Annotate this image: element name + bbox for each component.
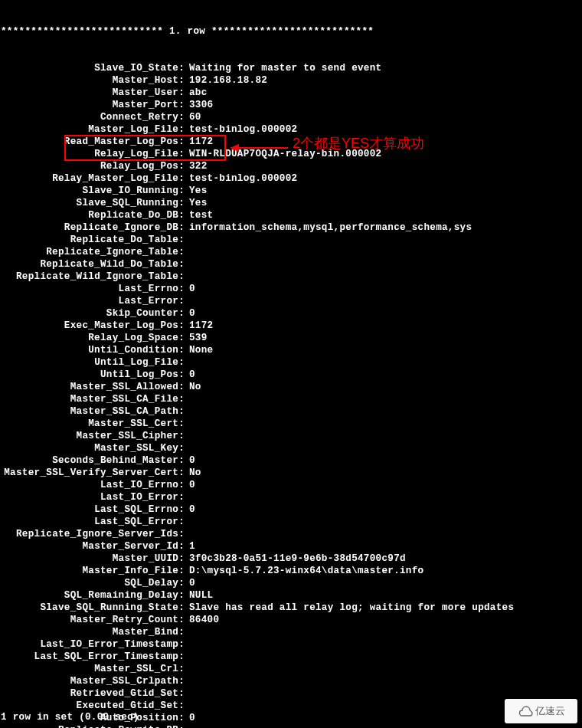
field-label: Seconds_Behind_Master: xyxy=(1,454,185,467)
field-value: 86400 xyxy=(185,614,219,626)
status-line: Replicate_Ignore_DB:information_schema,m… xyxy=(1,221,581,234)
field-label: Master_SSL_Cipher: xyxy=(1,430,185,442)
field-label: Last_Error: xyxy=(1,295,185,307)
field-label: Last_IO_Error_Timestamp: xyxy=(1,638,185,651)
field-label: Slave_IO_Running: xyxy=(1,185,185,197)
field-label: Master_Port: xyxy=(1,99,185,111)
status-line: Master_SSL_CA_Path: xyxy=(1,405,581,418)
status-line: Master_Info_File:D:\mysql-5.7.23-winx64\… xyxy=(1,565,581,577)
field-value: Yes xyxy=(185,185,208,197)
field-label: Retrieved_Gtid_Set: xyxy=(1,687,185,700)
status-line: Until_Log_File: xyxy=(1,356,581,369)
field-label: Replicate_Ignore_Table: xyxy=(1,246,185,258)
field-value: 1172 xyxy=(185,136,213,148)
field-label: Read_Master_Log_Pos: xyxy=(1,136,185,148)
status-line: SQL_Remaining_Delay:NULL xyxy=(1,589,581,602)
status-line: Master_SSL_Key: xyxy=(1,442,581,454)
status-line: Last_Errno:0 xyxy=(1,283,581,295)
field-value: abc xyxy=(185,87,208,99)
status-line: Master_SSL_CA_File: xyxy=(1,393,581,405)
status-line: Last_SQL_Error: xyxy=(1,516,581,528)
field-value: 0 xyxy=(185,479,195,491)
status-line: Master_SSL_Cipher: xyxy=(1,430,581,442)
field-value: 322 xyxy=(185,160,208,172)
field-value xyxy=(185,258,189,271)
field-value: D:\mysql-5.7.23-winx64\data\master.info xyxy=(185,565,423,577)
field-label: Master_User: xyxy=(1,87,185,99)
field-label: Master_Bind: xyxy=(1,626,185,638)
field-value: 0 xyxy=(185,577,195,589)
status-line: Relay_Log_Space:539 xyxy=(1,332,581,344)
status-line: Slave_SQL_Running:Yes xyxy=(1,197,581,209)
field-label: Relay_Log_Pos: xyxy=(1,160,185,172)
field-label: Slave_SQL_Running_State: xyxy=(1,602,185,614)
status-line: Last_IO_Errno:0 xyxy=(1,479,581,491)
field-value xyxy=(185,271,189,283)
field-value xyxy=(185,405,189,418)
field-value xyxy=(185,700,189,712)
field-label: Last_IO_Error: xyxy=(1,491,185,503)
field-label: Last_SQL_Errno: xyxy=(1,503,185,516)
field-value: None xyxy=(185,344,213,356)
status-line: Last_Error: xyxy=(1,295,581,307)
status-line: Skip_Counter:0 xyxy=(1,307,581,320)
field-value: Slave has read all relay log; waiting fo… xyxy=(185,602,514,614)
field-value xyxy=(185,638,189,651)
status-fields: Slave_IO_State:Waiting for master to sen… xyxy=(1,62,581,728)
field-label: Master_SSL_CA_File: xyxy=(1,393,185,405)
field-label: Executed_Gtid_Set: xyxy=(1,700,185,712)
field-value xyxy=(185,626,189,638)
field-value xyxy=(185,651,189,663)
status-line: Master_User:abc xyxy=(1,87,581,99)
field-label: Until_Log_File: xyxy=(1,356,185,369)
status-line: Until_Log_Pos:0 xyxy=(1,369,581,381)
field-label: Until_Condition: xyxy=(1,344,185,356)
status-line: Connect_Retry:60 xyxy=(1,111,581,123)
field-label: Master_Host: xyxy=(1,74,185,87)
field-label: Connect_Retry: xyxy=(1,111,185,123)
annotation-text: 2个都是YES才算成功 xyxy=(293,137,424,149)
result-footer: 1 row in set (0.00 sec) xyxy=(1,711,139,723)
field-label: Master_SSL_CA_Path: xyxy=(1,405,185,418)
field-label: Last_SQL_Error: xyxy=(1,516,185,528)
field-value: 0 xyxy=(185,503,195,516)
field-label: Relay_Log_File: xyxy=(1,148,185,160)
field-value xyxy=(185,246,189,258)
status-line: Replicate_Do_Table: xyxy=(1,234,581,246)
field-label: Last_IO_Errno: xyxy=(1,479,185,491)
field-label: Exec_Master_Log_Pos: xyxy=(1,320,185,332)
field-value: test xyxy=(185,209,213,221)
field-label: Replicate_Ignore_Server_Ids: xyxy=(1,528,185,540)
field-value: 60 xyxy=(185,111,201,123)
status-line: Until_Condition:None xyxy=(1,344,581,356)
status-line: Slave_SQL_Running_State:Slave has read a… xyxy=(1,602,581,614)
field-value xyxy=(185,528,189,540)
field-label: Slave_SQL_Running: xyxy=(1,197,185,209)
field-value: information_schema,mysql,performance_sch… xyxy=(185,221,472,234)
status-line: Relay_Log_File:WIN-RLDUAP7OQJA-relay-bin… xyxy=(1,148,581,160)
status-line: Replicate_Rewrite_DB: xyxy=(1,724,581,728)
field-label: Replicate_Do_DB: xyxy=(1,209,185,221)
field-label: Master_SSL_Crl: xyxy=(1,663,185,675)
field-value: 3f0c3b28-0a51-11e9-9e6b-38d54700c97d xyxy=(185,553,406,565)
field-label: Slave_IO_State: xyxy=(1,62,185,74)
status-line: Master_SSL_Allowed:No xyxy=(1,381,581,393)
status-line: Executed_Gtid_Set: xyxy=(1,700,581,712)
field-value xyxy=(185,491,189,503)
field-value xyxy=(185,724,189,728)
status-line: Replicate_Wild_Ignore_Table: xyxy=(1,271,581,283)
status-line: Last_SQL_Error_Timestamp: xyxy=(1,651,581,663)
status-line: Relay_Log_Pos:322 xyxy=(1,160,581,172)
field-label: Master_SSL_Cert: xyxy=(1,418,185,430)
status-line: Last_IO_Error_Timestamp: xyxy=(1,638,581,651)
field-label: Relay_Master_Log_File: xyxy=(1,172,185,185)
field-label: Master_SSL_Key: xyxy=(1,442,185,454)
field-label: Replicate_Do_Table: xyxy=(1,234,185,246)
status-line: Seconds_Behind_Master:0 xyxy=(1,454,581,467)
field-value: 0 xyxy=(185,307,195,320)
status-line: Master_Log_File:test-binlog.000002 xyxy=(1,123,581,136)
field-label: Master_Server_Id: xyxy=(1,540,185,553)
field-value: No xyxy=(185,467,201,479)
field-label: Master_Info_File: xyxy=(1,565,185,577)
status-line: Master_Retry_Count:86400 xyxy=(1,614,581,626)
